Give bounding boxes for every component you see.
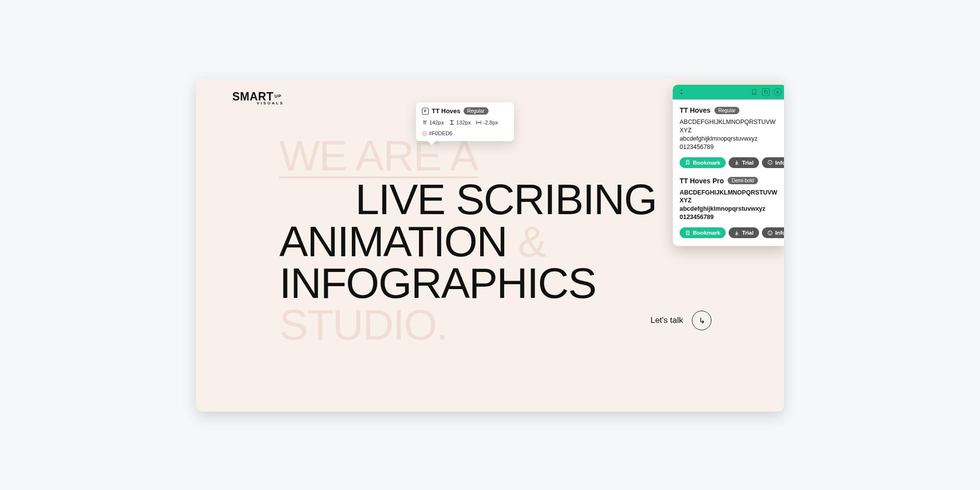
bookmark-label: Bookmark — [693, 230, 720, 236]
info-label: Info — [775, 160, 784, 166]
letter-spacing-icon — [476, 120, 482, 125]
hero-heading: WE ARE A LIVE SCRIBING ANIMATION & INFOG… — [279, 135, 657, 346]
font-entry-weight-badge: Demi-bold — [728, 177, 758, 184]
font-file-icon: F — [422, 108, 429, 115]
font-panel-header — [673, 85, 784, 99]
color-swatch-icon — [422, 131, 427, 136]
trial-button[interactable]: Trial — [729, 227, 759, 238]
sample-upper: ABCDEFGHIJKLMNOPQRSTUVWXYZ — [680, 118, 780, 135]
trial-label: Trial — [742, 160, 754, 166]
panel-bookmark-icon[interactable] — [750, 88, 758, 96]
color-hex-value: #F0DED6 — [429, 130, 452, 136]
arrow-circle-icon: ↳ — [692, 311, 711, 330]
font-size-metric: 142px — [422, 120, 444, 125]
info-label: Info — [775, 230, 784, 236]
font-inspector-panel: TT Hoves Regular ABCDEFGHIJKLMNOPQRSTUVW… — [673, 85, 784, 246]
panel-close-icon[interactable] — [774, 88, 782, 96]
panel-copy-icon[interactable] — [762, 88, 770, 96]
font-panel-body: TT Hoves Regular ABCDEFGHIJKLMNOPQRSTUVW… — [673, 99, 784, 246]
sample-lower: abcdefghijklmnopqrstuvwxyz — [680, 205, 780, 213]
logo-text-sub: VISUALS — [257, 101, 284, 105]
letter-spacing-value: -2.8px — [483, 120, 498, 125]
font-inspector-tooltip: F TT Hoves Regular 142px 132px -2.8px #F… — [416, 102, 514, 141]
info-icon — [767, 230, 773, 236]
line-height-value: 132px — [456, 120, 471, 125]
bookmark-button[interactable]: Bookmark — [680, 227, 726, 238]
info-button[interactable]: Info — [762, 157, 784, 168]
hero-line-2: LIVE SCRIBING — [355, 178, 657, 220]
lets-talk-cta[interactable]: Let's talk ↳ — [650, 311, 711, 330]
line-height-metric: 132px — [449, 120, 471, 125]
bookmark-button[interactable]: Bookmark — [680, 157, 726, 168]
sample-lower: abcdefghijklmnopqrstuvwxyz — [680, 135, 780, 143]
font-sample-text: ABCDEFGHIJKLMNOPQRSTUVWXYZ abcdefghijklm… — [680, 118, 780, 151]
info-button[interactable]: Info — [762, 227, 784, 238]
svg-rect-0 — [765, 91, 767, 94]
letter-spacing-metric: -2.8px — [476, 120, 498, 125]
bookmark-icon — [685, 160, 690, 165]
arrow-icon: ↳ — [699, 316, 705, 325]
color-metric: #F0DED6 — [422, 130, 452, 136]
download-icon — [734, 160, 739, 165]
extension-logo-icon — [678, 88, 686, 96]
info-icon — [767, 160, 773, 165]
hero-line-3: ANIMATION & — [279, 220, 657, 262]
bookmark-icon — [685, 230, 690, 236]
font-entry-name: TT Hoves Pro — [680, 177, 724, 185]
hero-line-1: WE ARE A — [279, 135, 478, 178]
inspector-weight-badge: Regular — [464, 107, 489, 115]
sample-upper: ABCDEFGHIJKLMNOPQRSTUVWXYZ — [680, 189, 780, 205]
trial-button[interactable]: Trial — [729, 157, 759, 168]
logo-text-sup: UP — [274, 94, 282, 98]
site-logo[interactable]: SMARTUP VISUALS — [232, 91, 284, 105]
font-entry-name: TT Hoves — [680, 106, 710, 114]
font-sample-text: ABCDEFGHIJKLMNOPQRSTUVWXYZ abcdefghijklm… — [680, 189, 780, 222]
lets-talk-label: Let's talk — [650, 316, 683, 325]
hero-line-5: STUDIO. — [279, 304, 657, 345]
sample-digits: 0123456789 — [680, 143, 780, 151]
hero-line-3b: & — [518, 217, 546, 266]
hero-line-4: INFOGRAPHICS — [279, 262, 657, 304]
font-entry: TT Hoves Regular ABCDEFGHIJKLMNOPQRSTUVW… — [680, 106, 780, 168]
sample-digits: 0123456789 — [680, 213, 780, 221]
font-entry: TT Hoves Pro Demi-bold ABCDEFGHIJKLMNOPQ… — [680, 177, 780, 239]
line-height-icon — [449, 120, 455, 125]
inspector-font-name: TT Hoves — [432, 107, 461, 115]
font-size-value: 142px — [429, 120, 444, 125]
download-icon — [734, 230, 739, 236]
hero-line-3a: ANIMATION — [279, 217, 518, 266]
font-size-icon — [422, 120, 428, 125]
trial-label: Trial — [742, 230, 754, 236]
bookmark-label: Bookmark — [693, 160, 720, 166]
font-entry-weight-badge: Regular — [714, 107, 739, 114]
website-preview: SMARTUP VISUALS WE ARE A LIVE SCRIBING A… — [196, 78, 784, 412]
